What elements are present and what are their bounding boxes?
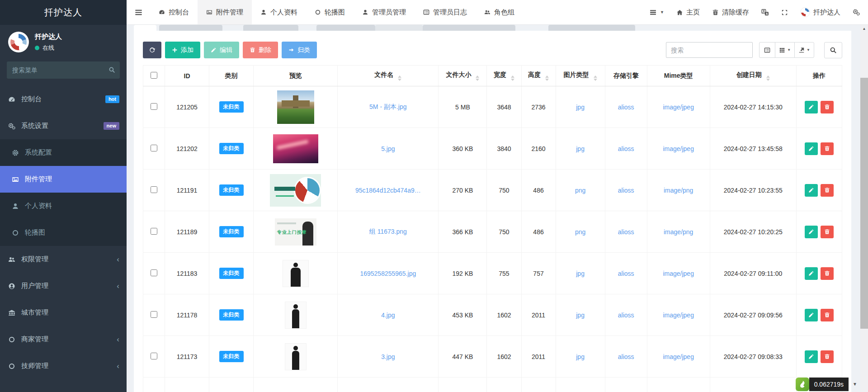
navbar-tab[interactable]: 个人资料 bbox=[252, 0, 306, 24]
row-checkbox[interactable] bbox=[151, 145, 157, 151]
row-delete-button[interactable] bbox=[821, 309, 834, 321]
row-checkbox[interactable] bbox=[151, 103, 157, 110]
imagetype-link[interactable]: jpg bbox=[576, 270, 585, 277]
storage-link[interactable]: alioss bbox=[618, 187, 634, 194]
user-avatar[interactable] bbox=[8, 32, 29, 52]
storage-link[interactable]: alioss bbox=[618, 228, 634, 236]
imagetype-link[interactable]: png bbox=[575, 187, 585, 194]
row-delete-button[interactable] bbox=[821, 142, 834, 155]
preview-image[interactable] bbox=[285, 302, 307, 329]
edit-button[interactable]: 编辑 bbox=[204, 42, 239, 58]
background-tab[interactable] bbox=[134, 25, 156, 31]
navbar-tab[interactable]: 轮播图 bbox=[306, 0, 354, 24]
mimetype-link[interactable]: image/jpeg bbox=[663, 353, 694, 360]
column-header[interactable]: 创建日期 bbox=[710, 66, 796, 86]
clear-cache-button[interactable]: 清除缓存 bbox=[712, 8, 749, 17]
detail-view-button[interactable] bbox=[759, 42, 775, 58]
navbar-tab[interactable]: 控制台 bbox=[150, 0, 198, 24]
home-button[interactable]: 主页 bbox=[676, 8, 700, 17]
mimetype-link[interactable]: image/png bbox=[664, 187, 693, 194]
column-header[interactable]: 宽度 bbox=[487, 66, 521, 86]
scrollbar-up-arrow[interactable]: ▲ bbox=[860, 25, 868, 33]
sidebar-search-input[interactable] bbox=[7, 61, 120, 79]
row-edit-button[interactable] bbox=[805, 101, 818, 113]
row-delete-button[interactable] bbox=[821, 226, 834, 238]
thinkphp-flame-icon[interactable] bbox=[796, 378, 809, 391]
column-header[interactable]: 文件名 bbox=[338, 66, 439, 86]
background-tab[interactable] bbox=[316, 25, 375, 31]
preview-image[interactable]: 专业上门按摩 bbox=[275, 218, 316, 246]
navbar-tab[interactable]: 角色组 bbox=[476, 0, 523, 24]
navbar-tab[interactable]: 管理员管理 bbox=[354, 0, 415, 24]
sidebar-item[interactable]: 用户管理‹ bbox=[0, 273, 127, 299]
sidebar-item[interactable]: 控制台hot bbox=[0, 86, 127, 113]
row-edit-button[interactable] bbox=[805, 309, 818, 321]
sidebar-item[interactable]: 商家管理‹ bbox=[0, 326, 127, 353]
background-tab[interactable] bbox=[423, 25, 515, 31]
columns-button[interactable]: ▼ bbox=[775, 42, 795, 58]
background-tab[interactable] bbox=[548, 25, 635, 31]
sidebar-item[interactable]: 技师管理‹ bbox=[0, 353, 127, 379]
preview-image[interactable] bbox=[270, 174, 321, 207]
filename-link[interactable]: 95c1864d12cb474a9… bbox=[355, 187, 421, 194]
row-edit-button[interactable] bbox=[805, 184, 818, 197]
navbar-tab[interactable]: 附件管理 bbox=[198, 0, 252, 24]
row-delete-button[interactable] bbox=[821, 101, 834, 113]
storage-link[interactable]: alioss bbox=[618, 104, 634, 111]
sidebar-item[interactable]: 权限管理‹ bbox=[0, 246, 127, 273]
sidebar-toggle-icon[interactable] bbox=[127, 0, 150, 24]
imagetype-link[interactable]: png bbox=[575, 228, 585, 236]
row-edit-button[interactable] bbox=[805, 267, 818, 280]
row-delete-button[interactable] bbox=[821, 350, 834, 363]
navbar-tab[interactable]: 管理员日志 bbox=[415, 0, 476, 24]
row-edit-button[interactable] bbox=[805, 226, 818, 238]
background-tab[interactable] bbox=[243, 25, 298, 31]
background-tab[interactable] bbox=[159, 25, 222, 31]
preview-image[interactable] bbox=[273, 134, 318, 163]
vertical-scrollbar[interactable]: ▲ bbox=[860, 25, 868, 392]
row-checkbox[interactable] bbox=[151, 228, 157, 235]
tab-list-dropdown[interactable]: ▼ bbox=[649, 9, 664, 16]
classify-button[interactable]: 归类 bbox=[282, 42, 317, 58]
row-delete-button[interactable] bbox=[821, 267, 834, 280]
filename-link[interactable]: 1695258255965.jpg bbox=[360, 270, 416, 277]
refresh-button[interactable] bbox=[143, 42, 161, 58]
filename-link[interactable]: 5M - 副本.jpg bbox=[369, 103, 406, 110]
imagetype-link[interactable]: jpg bbox=[576, 312, 585, 319]
sidebar-subitem[interactable]: 系统配置 bbox=[0, 139, 127, 166]
search-submit-button[interactable] bbox=[824, 42, 842, 58]
preview-image[interactable] bbox=[285, 343, 307, 370]
mimetype-link[interactable]: image/jpeg bbox=[663, 312, 694, 319]
storage-link[interactable]: alioss bbox=[618, 145, 634, 152]
filename-link[interactable]: 组 11673.png bbox=[369, 228, 407, 235]
row-checkbox[interactable] bbox=[151, 311, 157, 318]
mimetype-link[interactable]: image/png bbox=[664, 228, 693, 236]
row-delete-button[interactable] bbox=[821, 184, 834, 197]
export-button[interactable]: ▼ bbox=[794, 42, 814, 58]
preview-image[interactable] bbox=[283, 260, 309, 287]
column-header[interactable]: 图片类型 bbox=[556, 66, 605, 86]
filename-link[interactable]: 3.jpg bbox=[381, 353, 395, 360]
storage-link[interactable]: alioss bbox=[618, 270, 634, 277]
user-menu[interactable]: 扦护达人 bbox=[800, 7, 840, 17]
sidebar-item[interactable]: 系统设置new bbox=[0, 113, 127, 139]
filename-link[interactable]: 4.jpg bbox=[381, 312, 395, 319]
storage-link[interactable]: alioss bbox=[618, 353, 634, 360]
column-header[interactable]: 高度 bbox=[521, 66, 556, 86]
sidebar-subitem[interactable]: 附件管理 bbox=[0, 166, 127, 193]
table-search-input[interactable] bbox=[666, 42, 753, 58]
delete-button[interactable]: 删除 bbox=[243, 42, 278, 58]
row-checkbox[interactable] bbox=[151, 353, 157, 359]
add-button[interactable]: 添加 bbox=[165, 42, 200, 58]
mimetype-link[interactable]: image/jpeg bbox=[663, 270, 694, 277]
sidebar-subitem[interactable]: 轮播图 bbox=[0, 219, 127, 246]
row-checkbox[interactable] bbox=[151, 269, 157, 276]
row-edit-button[interactable] bbox=[805, 350, 818, 363]
row-checkbox[interactable] bbox=[151, 186, 157, 193]
storage-link[interactable]: alioss bbox=[618, 312, 634, 319]
select-all-checkbox[interactable] bbox=[151, 72, 157, 79]
mimetype-link[interactable]: image/jpeg bbox=[663, 104, 694, 111]
sidebar-item[interactable]: 城市管理 bbox=[0, 299, 127, 326]
imagetype-link[interactable]: jpg bbox=[576, 104, 585, 111]
sidebar-subitem[interactable]: 个人资料 bbox=[0, 193, 127, 219]
